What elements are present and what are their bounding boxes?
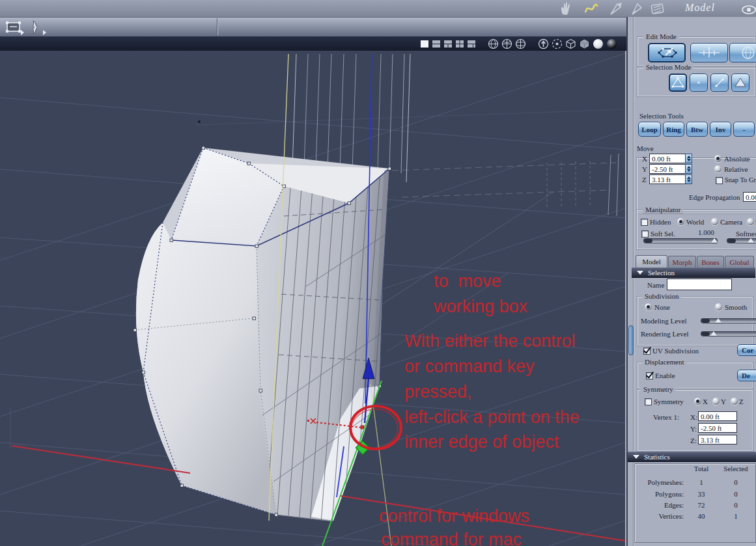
edit-mode-skeleton-button[interactable] xyxy=(690,43,728,62)
stats-row-selected: 1 xyxy=(725,512,746,520)
invert-button[interactable]: Inv xyxy=(710,122,731,137)
rendering-level-slider-thumb[interactable] xyxy=(710,331,717,336)
edit-mode-object-button[interactable] xyxy=(648,43,686,62)
relative-radio[interactable] xyxy=(714,165,721,172)
collapse-arrow-icon[interactable] xyxy=(633,455,639,459)
soft-selection-checkbox[interactable] xyxy=(641,230,649,238)
hand-tool-icon[interactable] xyxy=(559,1,574,16)
select-face-mode-button[interactable] xyxy=(731,74,749,92)
eye-icon[interactable] xyxy=(741,3,756,17)
layout-two-rows-button[interactable] xyxy=(432,40,441,48)
panel-collapse-handle[interactable] xyxy=(628,325,634,355)
statistics-section-header[interactable]: Statistics xyxy=(628,452,756,462)
selection-tools-label: Selection Tools xyxy=(639,112,684,120)
wireframe-cube-button[interactable] xyxy=(565,38,576,49)
symmetry-label: Symmetry xyxy=(641,385,676,393)
subdivision-smooth-radio[interactable] xyxy=(715,303,722,310)
minus-button[interactable]: - xyxy=(733,122,755,137)
uv-convert-button[interactable]: Cor xyxy=(737,344,756,356)
edit-mode-uv-button[interactable] xyxy=(729,43,756,62)
stats-row-label: Edges: xyxy=(628,501,684,509)
stats-row-selected: 0 xyxy=(725,501,746,509)
tab-model[interactable]: Model xyxy=(636,255,667,267)
pen-flag-tool-icon[interactable] xyxy=(608,1,624,16)
selected-vertex[interactable] xyxy=(361,426,364,429)
softness-slider[interactable] xyxy=(727,238,756,243)
displacement-detail-button[interactable]: De xyxy=(737,370,756,381)
edge-propagation-field[interactable]: 0.00 xyxy=(743,192,756,202)
collapse-arrow-icon[interactable] xyxy=(637,271,643,275)
move-z-field[interactable]: 3.13 ft xyxy=(649,174,686,184)
stats-row-total: 40 xyxy=(692,512,710,520)
tool-options-bar xyxy=(0,18,626,38)
layout-corner-button[interactable] xyxy=(467,40,476,48)
bounding-box-tool-button[interactable] xyxy=(5,20,22,35)
displacement-enable-label: Enable xyxy=(655,372,675,379)
move-z-spinner[interactable] xyxy=(685,174,692,184)
rendering-level-slider[interactable] xyxy=(701,331,756,336)
sphere-wire-top-button[interactable] xyxy=(488,38,499,49)
camera-radio[interactable] xyxy=(711,218,718,225)
properties-panel: Edit Mode Selection Mode xyxy=(626,17,756,546)
film-tool-icon[interactable] xyxy=(650,1,665,16)
between-button[interactable]: Btw xyxy=(686,122,708,137)
subdivision-none-radio[interactable] xyxy=(645,303,652,310)
layout-four-button[interactable] xyxy=(455,40,464,48)
shaded-sphere-button[interactable] xyxy=(593,38,604,49)
move-y-field[interactable]: -2.50 ft xyxy=(649,164,686,174)
uv-subdivision-checkbox[interactable] xyxy=(643,348,651,355)
soft-selection-value: 1.000 xyxy=(698,228,714,236)
select-point-mode-button[interactable] xyxy=(690,74,708,92)
hidden-checkbox[interactable] xyxy=(641,219,648,226)
displacement-enable-checkbox[interactable] xyxy=(646,372,653,379)
symmetry-z-radio[interactable] xyxy=(731,398,738,405)
snap-to-grid-checkbox[interactable] xyxy=(716,177,723,184)
annotation-text: to move xyxy=(434,271,501,292)
sphere-wire-persp-button[interactable] xyxy=(515,38,526,49)
pen-tool-icon[interactable] xyxy=(629,1,645,16)
loop-button[interactable]: Loop xyxy=(638,122,661,137)
ring-button[interactable]: Ring xyxy=(663,122,684,137)
vertex1-z-field[interactable]: 3.13 ft xyxy=(698,435,737,444)
annotation-text: command for mac xyxy=(381,530,522,546)
move-x-field[interactable]: 0.00 ft xyxy=(649,154,686,163)
select-vertex-mode-button[interactable] xyxy=(669,74,687,92)
symmetry-y-radio[interactable] xyxy=(712,398,720,405)
absolute-radio[interactable] xyxy=(714,155,721,162)
curve-tool-icon[interactable] xyxy=(583,1,599,16)
tab-morph[interactable]: Morph xyxy=(668,256,696,267)
vertex1-y-field[interactable]: -2.50 ft xyxy=(698,423,737,433)
symmetry-x-radio[interactable] xyxy=(694,398,701,405)
textured-sphere-button[interactable] xyxy=(606,38,617,49)
tab-global[interactable]: Global xyxy=(725,256,754,267)
viewport-3d-canvas[interactable] xyxy=(0,51,625,546)
world-radio[interactable] xyxy=(677,218,684,225)
sphere-wire-front-button[interactable] xyxy=(501,38,512,49)
move-x-spinner[interactable] xyxy=(685,154,692,163)
name-field[interactable] xyxy=(667,279,732,290)
application-window: Model xyxy=(0,0,756,546)
softness-slider-thumb[interactable] xyxy=(748,238,754,243)
orbit-up-button[interactable] xyxy=(538,38,549,49)
orbit-free-button[interactable] xyxy=(552,38,563,49)
layout-one-two-button[interactable] xyxy=(443,40,453,48)
selection-section-header[interactable]: Selection xyxy=(632,267,755,278)
select-edge-mode-button[interactable] xyxy=(710,74,729,92)
tool-dropdown-arrow[interactable] xyxy=(21,30,24,35)
tab-bones[interactable]: Bones xyxy=(697,256,724,267)
symmetry-checkbox[interactable] xyxy=(645,398,652,405)
vertex1-x-field[interactable]: 0.00 ft xyxy=(698,411,737,421)
layout-single-button[interactable] xyxy=(420,40,429,48)
move-y-spinner[interactable] xyxy=(685,164,692,174)
screen-radio[interactable] xyxy=(747,218,754,225)
soft-selection-slider[interactable] xyxy=(643,238,718,243)
statistics-header-label: Statistics xyxy=(644,453,670,461)
solid-cube-button[interactable] xyxy=(579,38,590,49)
modeling-level-slider[interactable] xyxy=(701,318,756,323)
modeling-level-slider-thumb[interactable] xyxy=(715,318,721,323)
deformer-tool-button[interactable] xyxy=(29,20,46,35)
edge-propagation-label: Edge Propagation xyxy=(689,193,740,201)
annotation-text: With either the control xyxy=(404,331,576,351)
soft-selection-slider-thumb[interactable] xyxy=(711,238,718,243)
tool-dropdown-arrow[interactable] xyxy=(43,30,46,35)
